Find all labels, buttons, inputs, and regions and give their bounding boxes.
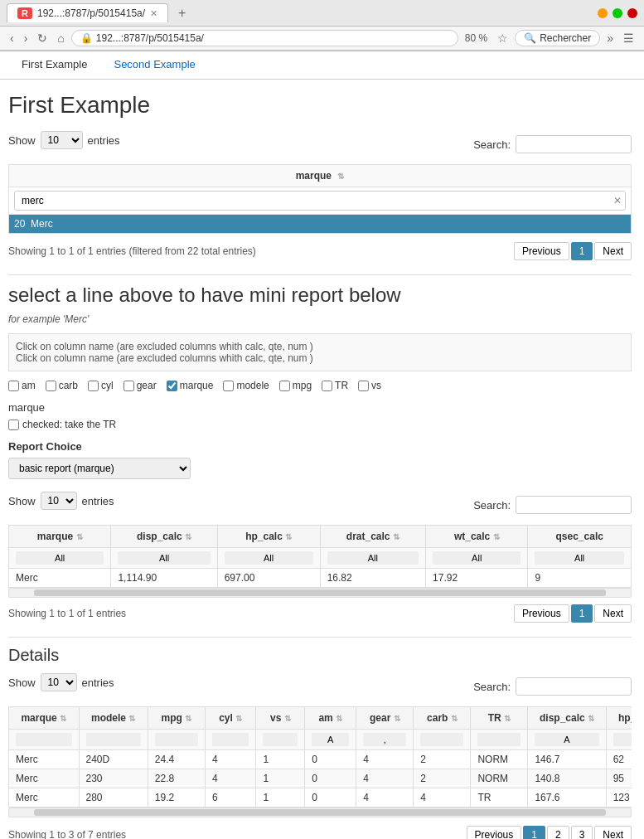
close-tab-icon[interactable]: ✕ <box>150 8 157 19</box>
show-label: Show <box>8 134 36 147</box>
details-show-label: Show <box>8 677 36 689</box>
col-qsec-calc[interactable]: qsec_calc <box>528 526 632 548</box>
filter-d-marque[interactable] <box>16 733 72 746</box>
filter-d-am[interactable] <box>312 733 349 746</box>
checkbox-TR: TR <box>322 380 348 391</box>
table-row[interactable]: Merc 240D 24.4 4 1 0 4 2 NORM 146.7 62 3… <box>9 750 632 769</box>
table2-search-label: Search: <box>473 499 511 512</box>
checkbox-cyl-input[interactable] <box>88 381 99 391</box>
filter-d-disp-calc[interactable] <box>535 733 598 746</box>
checkbox-mpg-input[interactable] <box>279 381 290 391</box>
table1-bottom-bar: Showing 1 to 1 of 1 entries (filtered fr… <box>8 240 632 262</box>
table2-next-button[interactable]: Next <box>594 604 632 623</box>
checkbox-vs-input[interactable] <box>358 381 369 391</box>
filter-wt-calc[interactable] <box>433 551 521 565</box>
details-col-cyl[interactable]: cyl ⇅ <box>205 707 256 730</box>
back-button[interactable]: ‹ <box>7 30 17 46</box>
details-page-1-button[interactable]: 1 <box>523 826 545 839</box>
table-row[interactable]: Merc 280 19.2 6 1 0 4 4 TR 167.6 123 3. <box>9 788 632 807</box>
details-col-modele[interactable]: modele ⇅ <box>79 707 148 730</box>
filter-d-TR[interactable] <box>477 733 521 746</box>
browser-search-placeholder: Rechercher <box>540 32 591 44</box>
filter-d-vs[interactable] <box>263 733 298 746</box>
tr-checkbox-input[interactable] <box>8 420 19 430</box>
marque-search-input[interactable] <box>18 193 613 208</box>
details-next-button[interactable]: Next <box>594 826 632 839</box>
checkbox-carb-input[interactable] <box>46 381 56 391</box>
prev-button[interactable]: Previous <box>514 242 569 260</box>
more-button[interactable]: » <box>603 30 617 46</box>
checkbox-TR-input[interactable] <box>322 381 332 391</box>
table2-search-input[interactable] <box>516 496 632 514</box>
report-choice-select[interactable]: basic report (marque) advanced report su… <box>8 458 191 479</box>
table-row[interactable]: 20 Merc <box>9 215 632 234</box>
search-input[interactable] <box>516 135 632 153</box>
col-disp-calc[interactable]: disp_calc ⇅ <box>111 526 217 548</box>
col-drat-calc[interactable]: drat_calc ⇅ <box>320 526 425 548</box>
details-entries-select[interactable]: 1025 <box>41 673 77 691</box>
filter-drat-calc[interactable] <box>327 551 419 565</box>
cell-qsec-calc: 9 <box>528 569 632 588</box>
filter-qsec-calc[interactable] <box>535 551 624 565</box>
details-col-disp-calc[interactable]: disp_calc ⇅ <box>528 707 606 730</box>
details-col-carb[interactable]: carb ⇅ <box>414 707 471 730</box>
address-bar[interactable]: 🔒 192...:8787/p/5015415a/ <box>71 30 458 46</box>
home-button[interactable]: ⌂ <box>54 30 67 46</box>
details-search-input[interactable] <box>516 677 632 696</box>
checkbox-modele-input[interactable] <box>223 381 234 391</box>
filter-d-cyl[interactable] <box>212 733 249 746</box>
details-col-hp-calc[interactable]: hp_calc ⇅ <box>606 707 632 730</box>
entries-select[interactable]: 102550100 <box>41 131 83 149</box>
details-prev-button[interactable]: Previous <box>467 826 522 839</box>
filter-d-modele[interactable] <box>86 733 141 746</box>
row-num-cell: 20 Merc <box>9 215 632 234</box>
details-col-mpg[interactable]: mpg ⇅ <box>148 707 205 730</box>
col-marque[interactable]: marque ⇅ <box>9 526 111 548</box>
details-col-vs[interactable]: vs ⇅ <box>256 707 305 730</box>
filter-d-mpg[interactable] <box>155 733 198 746</box>
table-row[interactable]: Merc 230 22.8 4 1 0 4 2 NORM 140.8 95 3. <box>9 769 632 788</box>
tr-checkbox-label: checked: take the TR <box>22 419 116 430</box>
filter-hp-calc[interactable] <box>225 551 313 565</box>
info-line1: Click on column name (are excluded colum… <box>16 341 624 352</box>
next-button[interactable]: Next <box>594 242 632 260</box>
marque-col-header[interactable]: marque ⇅ <box>9 165 632 187</box>
details-col-TR[interactable]: TR ⇅ <box>471 707 528 730</box>
checkbox-am-input[interactable] <box>8 381 19 391</box>
table2-entries-select[interactable]: 1025 <box>41 492 77 510</box>
bookmark-button[interactable]: ☆ <box>494 30 511 46</box>
checkbox-modele-label: modele <box>236 380 269 391</box>
page-1-button[interactable]: 1 <box>571 242 593 260</box>
filter-disp-calc[interactable] <box>118 551 210 565</box>
menu-button[interactable]: ☰ <box>620 30 637 46</box>
details-page-2-button[interactable]: 2 <box>547 826 569 839</box>
table2-page-1-button[interactable]: 1 <box>571 604 593 623</box>
browser-tab[interactable]: R 192...:8787/p/5015415a/ ✕ <box>7 3 168 22</box>
col-hp-calc[interactable]: hp_calc ⇅ <box>217 526 320 548</box>
filter-marque[interactable] <box>16 551 104 565</box>
clear-search-icon[interactable]: ✕ <box>613 195 622 206</box>
details-col-gear[interactable]: gear ⇅ <box>356 707 414 730</box>
tab-first-example[interactable]: First Example <box>8 51 100 79</box>
forward-button[interactable]: › <box>21 30 31 46</box>
browser-search-bar[interactable]: 🔍 Rechercher <box>515 30 600 46</box>
reload-button[interactable]: ↻ <box>34 30 51 46</box>
tab-second-example[interactable]: Second Example <box>100 51 208 79</box>
new-tab-button[interactable]: + <box>172 4 192 22</box>
checkbox-gear-input[interactable] <box>123 381 134 391</box>
details-horiz-scrollbar[interactable] <box>8 807 632 817</box>
filter-d-carb[interactable] <box>420 733 463 746</box>
table2-top-bar: Show 1025 entries Search: <box>8 492 632 518</box>
table-row[interactable]: Merc 1,114.90 697.00 16.82 17.92 9 <box>9 569 632 588</box>
details-page-3-button[interactable]: 3 <box>571 826 593 839</box>
col-wt-calc[interactable]: wt_calc ⇅ <box>426 526 528 548</box>
filter-d-gear[interactable] <box>363 733 406 746</box>
details-col-am[interactable]: am ⇅ <box>305 707 356 730</box>
table2-prev-button[interactable]: Previous <box>514 604 569 623</box>
checkbox-marque-input[interactable] <box>167 381 177 391</box>
filter-d-hp-calc[interactable] <box>613 733 632 746</box>
tab-title: 192...:8787/p/5015415a/ <box>37 7 145 19</box>
details-col-marque[interactable]: marque ⇅ <box>9 707 80 730</box>
details-pagination: Previous 1 2 3 Next <box>467 826 632 839</box>
table2-horiz-scrollbar[interactable] <box>8 588 632 598</box>
